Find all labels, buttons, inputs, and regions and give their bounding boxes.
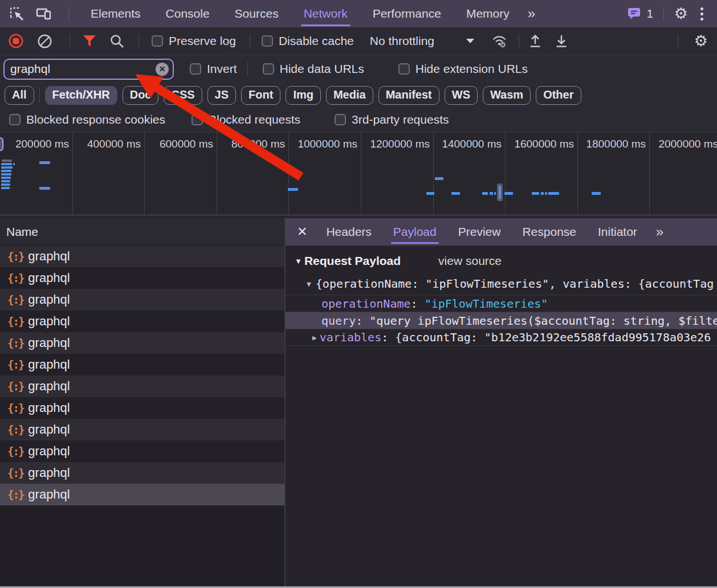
network-settings-gear-icon[interactable]: ⚙ [694,34,708,49]
name-column-label: Name [6,225,38,239]
request-row[interactable]: {:}graphql [0,397,284,419]
fetch-xhr-icon: {:} [7,423,23,436]
more-options-icon[interactable] [697,7,707,21]
filter-chip-manifest[interactable]: Manifest [378,86,439,105]
filter-input[interactable]: graphql ✕ [3,59,174,80]
divider [519,34,519,48]
more-panels-icon[interactable]: » [522,6,539,22]
tab-network[interactable]: Network [291,0,360,27]
request-row[interactable]: {:}graphql [0,462,284,484]
filter-chip-doc[interactable]: Doc [123,86,159,105]
issues-count[interactable]: 1 [647,7,653,21]
details-tab-preview[interactable]: Preview [447,218,512,246]
network-conditions-icon[interactable] [491,33,507,49]
request-name: graphql [28,422,70,437]
request-row[interactable]: {:}graphql [0,267,284,289]
timeline-gridline [361,132,361,214]
separator: : [356,314,369,328]
tab-performance[interactable]: Performance [360,0,454,27]
timeline-gridline [433,132,434,214]
throttling-select[interactable]: No throttling [370,34,474,48]
network-overview-timeline[interactable]: 200000 ms400000 ms600000 ms800000 ms1000… [0,132,717,216]
clear-filter-icon[interactable]: ✕ [156,63,169,76]
request-name: graphql [28,379,70,394]
requests-panel: Name {:}graphql{:}graphql{:}graphql{:}gr… [0,218,286,586]
tab-memory[interactable]: Memory [454,0,522,27]
timeline-gridline [288,132,289,214]
network-toolbar: Preserve log Disable cache No throttling [0,27,717,55]
timeline-tick-label: 1800000 ms [580,138,646,150]
issues-icon[interactable] [626,6,642,21]
fetch-xhr-icon: {:} [7,467,23,479]
request-row[interactable]: {:}graphql [0,354,284,375]
invert-checkbox[interactable] [190,63,201,75]
export-har-icon[interactable] [553,33,569,49]
record-network-log-icon[interactable] [8,33,24,49]
details-tab-headers[interactable]: Headers [315,218,382,246]
tab-console[interactable]: Console [153,0,222,27]
disable-cache-checkbox[interactable] [262,35,273,47]
more-details-tabs-icon[interactable]: » [650,224,667,240]
request-name: graphql [28,401,70,415]
payload-view: ▼ Request Payload view source ▼ {operati… [286,246,717,586]
request-name: graphql [28,271,70,285]
payload-row-operationName[interactable]: operationName: "ipFlowTimeseries" [286,295,717,312]
request-row[interactable]: {:}graphql [0,289,284,311]
filter-chip-wasm[interactable]: Wasm [483,86,531,105]
timeline-request-bar [39,187,50,190]
device-toolbar-icon[interactable] [35,5,52,22]
filter-chip-js[interactable]: JS [207,86,236,105]
blocked-response-cookies-checkbox[interactable] [9,114,21,125]
request-row[interactable]: {:}graphql [0,419,284,440]
timeline-request-bar [426,192,434,195]
inspect-element-icon[interactable] [8,5,25,22]
payload-row-query[interactable]: query: "query ipFlowTimeseries($accountT… [286,312,717,329]
third-party-requests-checkbox[interactable] [335,114,346,125]
search-icon[interactable] [109,33,125,49]
preserve-log-checkbox[interactable] [152,35,163,47]
settings-gear-icon[interactable]: ⚙ [674,6,688,22]
timeline-gridline [505,132,506,214]
clear-network-log-icon[interactable] [36,33,52,49]
details-tab-initiator[interactable]: Initiator [587,218,648,246]
request-payload-section[interactable]: ▼ Request Payload view source [286,249,717,273]
hide-extension-urls-checkbox[interactable] [398,63,410,75]
filter-chip-all[interactable]: All [5,86,34,105]
tab-elements[interactable]: Elements [78,0,153,27]
timeline-tick-label: 400000 ms [75,138,141,150]
filter-chip-ws[interactable]: WS [445,86,478,105]
name-column-header[interactable]: Name [0,218,284,246]
third-party-requests-label: 3rd-party requests [352,113,449,126]
view-source-link[interactable]: view source [438,254,502,268]
tab-sources[interactable]: Sources [222,0,291,27]
filter-icon[interactable] [82,33,97,49]
fetch-xhr-icon: {:} [7,272,23,284]
request-row[interactable]: {:}graphql [0,332,284,354]
filter-chip-media[interactable]: Media [326,86,373,105]
request-row[interactable]: {:}graphql [0,311,284,332]
request-row[interactable]: {:}graphql [0,375,284,397]
request-details-panel: ✕ HeadersPayloadPreviewResponseInitiator… [286,218,717,586]
payload-row-variables[interactable]: ▶ variables: {accountTag: "b12e3b2192ee5… [286,329,717,346]
filter-chip-fetch-xhr[interactable]: Fetch/XHR [45,86,117,105]
payload-root-row[interactable]: ▼ {operationName: "ipFlowTimeseries", va… [286,273,717,295]
blocked-requests-checkbox[interactable] [192,114,203,125]
separator: : [411,297,425,311]
details-tab-payload[interactable]: Payload [382,218,447,246]
details-tab-response[interactable]: Response [511,218,587,246]
request-row[interactable]: {:}graphql [0,246,284,267]
filter-chip-other[interactable]: Other [536,86,581,105]
timeline-request-bar [1,180,10,182]
chevron-down-icon [466,39,474,43]
divider [663,6,664,21]
request-row[interactable]: {:}graphql [0,440,284,462]
hide-data-urls-checkbox[interactable] [263,63,274,75]
filter-chip-font[interactable]: Font [241,86,280,105]
timeline-tick-label: 600000 ms [147,138,213,150]
import-har-icon[interactable] [527,33,543,49]
blocked-filters-row: Blocked response cookies Blocked request… [0,108,717,132]
close-details-icon[interactable]: ✕ [297,224,307,239]
request-row[interactable]: {:}graphql [0,484,284,505]
filter-chip-img[interactable]: Img [286,86,321,105]
filter-chip-css[interactable]: CSS [164,86,202,105]
